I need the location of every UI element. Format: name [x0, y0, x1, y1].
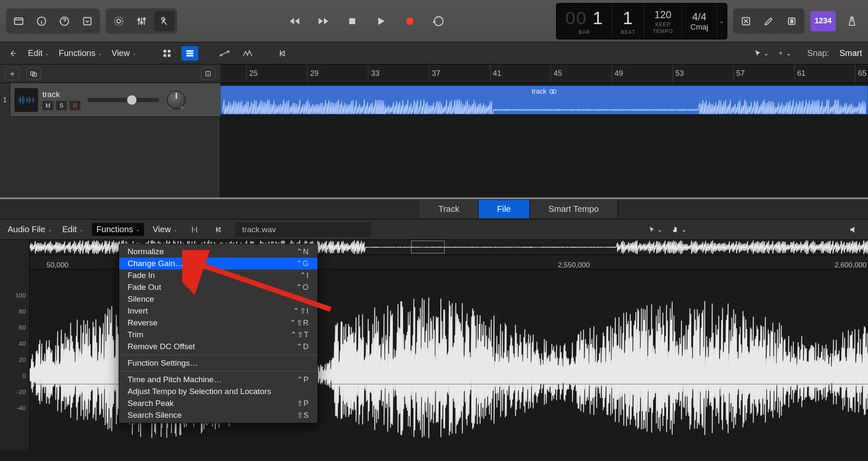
ed-menu-edit[interactable]: Edit⌄ [61, 223, 85, 236]
gutter-label: 80 [19, 308, 26, 315]
snap-value[interactable]: Smart [840, 48, 862, 58]
rewind-button[interactable] [282, 9, 307, 33]
track-index: 1 [0, 83, 10, 117]
list-view-icon[interactable] [181, 46, 198, 61]
transport-controls [282, 9, 451, 33]
ruler-tick: 33 [368, 64, 379, 83]
svg-point-28 [552, 90, 556, 94]
lcd-tempo-sub: KEEP [653, 22, 673, 28]
ed-pointer-tool-icon[interactable]: ⌄ [647, 222, 664, 237]
menu-item-search-peak[interactable]: Search Peak⇧P [119, 397, 317, 409]
record-button[interactable] [398, 9, 422, 33]
menu-item-reverse[interactable]: Reverse⌃⇧R [119, 317, 317, 329]
grid-view-icon[interactable] [159, 46, 175, 61]
duplicate-track-button[interactable] [26, 67, 41, 80]
automation-icon[interactable] [216, 46, 233, 61]
editors-icon[interactable] [154, 11, 175, 31]
add-track-button[interactable]: ＋ [5, 67, 19, 80]
editor-tab-smart-tempo[interactable]: Smart Tempo [530, 200, 618, 218]
track-region-area[interactable]: track [220, 83, 868, 117]
arr-menu-view[interactable]: View⌄ [110, 47, 138, 60]
stop-button[interactable] [340, 9, 364, 33]
record-enable-button[interactable]: R [70, 101, 81, 110]
right-tool-group: S 1234 [733, 8, 862, 34]
menu-item-invert[interactable]: Invert⌃⇧I [119, 305, 317, 317]
ed-menu-view[interactable]: View⌄ [151, 223, 179, 236]
ed-menu-functions[interactable]: Functions⌄ [92, 223, 144, 236]
audio-region[interactable]: track [220, 86, 868, 114]
ed-catch-icon[interactable] [186, 222, 203, 237]
info-icon[interactable] [31, 11, 52, 31]
notepad-icon[interactable] [759, 11, 779, 31]
ed-speaker-icon[interactable] [845, 222, 862, 237]
svg-rect-3 [83, 17, 91, 25]
ed-link-icon[interactable] [210, 222, 227, 237]
track-name[interactable]: track [42, 90, 81, 99]
ruler-tick: 41 [490, 64, 501, 83]
top-toolbar: 00 1BAR 1BEAT 120KEEPTEMPO 4/4Cmaj ⌄ S 1… [0, 0, 868, 42]
list-editors-icon[interactable] [736, 11, 756, 31]
menu-item-remove-dc-offset[interactable]: Remove DC Offset⌃D [119, 341, 317, 353]
play-button[interactable] [369, 9, 393, 33]
region-name: track [532, 88, 547, 95]
menu-item-silence[interactable]: Silence [119, 293, 317, 305]
solo-button[interactable]: S [56, 101, 67, 110]
mute-button[interactable]: M [42, 101, 53, 110]
gutter-label: 20 [19, 356, 26, 363]
svg-rect-16 [168, 50, 170, 52]
pointer-tool-icon[interactable]: ⌄ [753, 46, 770, 61]
lcd-key: Cmaj [690, 23, 708, 32]
pan-knob[interactable]: LR [167, 91, 186, 109]
arr-menu-edit[interactable]: Edit⌄ [26, 47, 51, 60]
smart-controls-group [106, 8, 177, 34]
arrange-menu-bar: Edit⌄ Functions⌄ View⌄ ⌄ ＋⌄ Snap: Smart [0, 42, 868, 64]
global-tracks-button[interactable] [201, 67, 215, 80]
bar-ruler[interactable]: 2529333741454953576165 [220, 64, 868, 83]
menu-item-trim[interactable]: Trim⌃⇧T [119, 329, 317, 341]
svg-point-7 [141, 22, 142, 23]
arrange-empty-area[interactable] [0, 117, 868, 197]
loop-browser-icon[interactable]: S [782, 11, 802, 31]
menu-item-function-settings[interactable]: Function Settings… [119, 357, 317, 369]
arr-menu-functions[interactable]: Functions⌄ [57, 47, 104, 60]
forward-button[interactable] [311, 9, 336, 33]
ed-hand-tool-icon[interactable]: ⌄ [670, 222, 687, 237]
functions-context-menu: Normalize⌃NChange Gain…⌃GFade In⌃IFade O… [119, 244, 318, 423]
menu-item-adjust-tempo-by-selection-and-locators[interactable]: Adjust Tempo by Selection and Locators [119, 386, 317, 397]
sample-tick: 2,550,000 [558, 255, 590, 269]
sample-tick: 2,600,000 [835, 255, 867, 269]
menu-item-fade-out[interactable]: Fade Out⌃O [119, 281, 317, 293]
menu-item-search-silence[interactable]: Search Silence⇧S [119, 409, 317, 421]
editor-tab-file[interactable]: File [479, 200, 530, 218]
lcd-display[interactable]: 00 1BAR 1BEAT 120KEEPTEMPO 4/4Cmaj ⌄ [556, 3, 727, 39]
help-icon[interactable] [54, 11, 75, 31]
catch-icon[interactable] [274, 46, 291, 61]
sample-tick: 50,000 [47, 255, 69, 269]
smart-controls-icon[interactable] [108, 11, 129, 31]
overview-selection[interactable] [411, 241, 445, 253]
menu-item-normalize[interactable]: Normalize⌃N [119, 246, 317, 258]
flex-icon[interactable] [239, 46, 256, 61]
ed-menu-audiofile[interactable]: Audio File⌄ [6, 223, 54, 236]
svg-rect-0 [14, 18, 23, 24]
lcd-chevron-icon[interactable]: ⌄ [717, 4, 726, 39]
cycle-button[interactable] [426, 9, 451, 33]
menu-item-change-gain[interactable]: Change Gain…⌃G [119, 258, 317, 269]
track-type-icon [14, 88, 38, 112]
editor-tab-track[interactable]: Track [420, 200, 478, 218]
toolbar-dropdown-icon[interactable] [77, 11, 97, 31]
mixer-icon[interactable] [131, 11, 152, 31]
editor-tabs-row: TrackFileSmart Tempo [0, 197, 868, 219]
track-header[interactable]: track M S R LR [10, 83, 220, 117]
library-icon[interactable] [8, 11, 29, 31]
svg-rect-10 [349, 18, 355, 24]
volume-slider[interactable] [87, 98, 159, 102]
add-tool-icon[interactable]: ＋⌄ [776, 46, 793, 61]
menu-item-time-and-pitch-machine[interactable]: Time and Pitch Machine…⌃P [119, 374, 317, 386]
ruler-tick: 57 [733, 64, 745, 83]
svg-text:S: S [790, 19, 793, 24]
back-icon[interactable] [6, 46, 20, 61]
master-meter-badge[interactable]: 1234 [810, 11, 836, 31]
menu-item-fade-in[interactable]: Fade In⌃I [119, 269, 317, 281]
metronome-icon[interactable] [842, 11, 862, 31]
